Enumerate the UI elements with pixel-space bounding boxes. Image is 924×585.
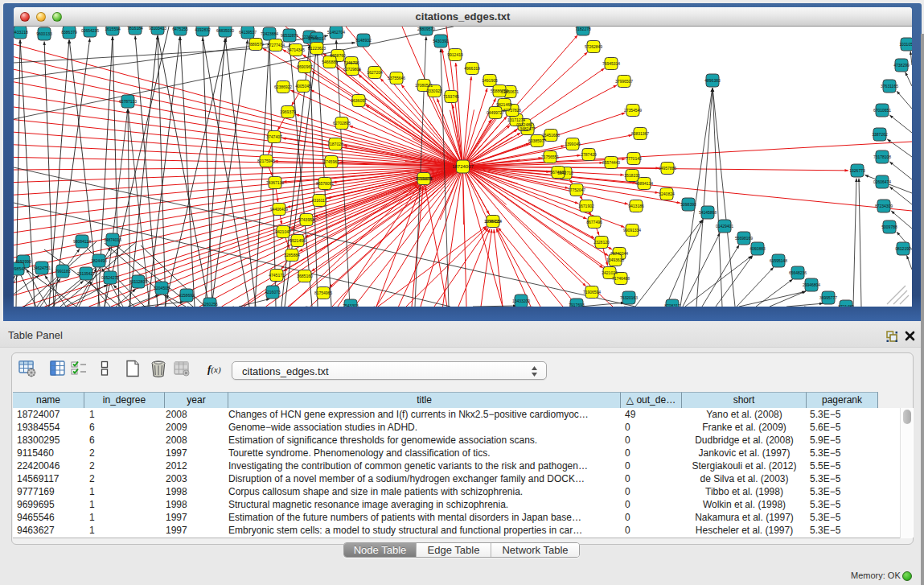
- svg-text:37631165: 37631165: [881, 84, 898, 89]
- svg-text:34714345: 34714345: [287, 47, 305, 52]
- svg-text:1627204: 1627204: [367, 70, 383, 75]
- svg-text:72423884: 72423884: [261, 31, 278, 36]
- svg-text:64835030: 64835030: [216, 28, 234, 33]
- svg-text:6193990: 6193990: [15, 259, 31, 264]
- svg-text:29946804: 29946804: [803, 282, 820, 287]
- svg-text:8677496: 8677496: [586, 220, 602, 225]
- svg-text:4060883: 4060883: [749, 246, 766, 251]
- svg-text:3518233: 3518233: [624, 173, 640, 178]
- svg-text:3747407: 3747407: [266, 134, 282, 139]
- svg-text:7917693: 7917693: [569, 303, 585, 307]
- svg-text:28809570: 28809570: [417, 27, 435, 31]
- svg-text:99091334: 99091334: [623, 228, 641, 233]
- svg-text:5009788: 5009788: [881, 225, 897, 229]
- svg-text:3387262: 3387262: [872, 132, 888, 137]
- svg-text:76945314: 76945314: [602, 61, 620, 66]
- svg-text:4896383: 4896383: [704, 78, 721, 83]
- svg-text:97848018: 97848018: [308, 36, 326, 41]
- svg-text:98084124: 98084124: [73, 239, 91, 244]
- svg-text:87234309: 87234309: [875, 204, 893, 208]
- svg-text:37996507: 37996507: [615, 79, 633, 84]
- svg-text:9413186: 9413186: [628, 204, 644, 208]
- svg-text:5466889: 5466889: [322, 60, 338, 64]
- svg-text:7543303: 7543303: [343, 303, 359, 307]
- svg-text:9912419: 9912419: [447, 52, 463, 57]
- svg-text:01429401: 01429401: [716, 224, 733, 229]
- svg-text:5430391: 5430391: [433, 39, 449, 43]
- svg-text:7889579: 7889579: [248, 42, 264, 47]
- svg-text:2260256: 2260256: [202, 302, 218, 307]
- svg-text:1824493: 1824493: [91, 258, 107, 263]
- svg-text:4738299: 4738299: [893, 63, 910, 68]
- svg-text:2328120: 2328120: [593, 240, 610, 245]
- svg-text:81754965: 81754965: [314, 290, 332, 295]
- svg-text:65787133: 65787133: [119, 99, 137, 104]
- svg-text:17080531: 17080531: [415, 83, 433, 88]
- svg-text:65648236: 65648236: [789, 270, 807, 275]
- svg-text:62702895: 62702895: [333, 121, 351, 126]
- svg-text:1745961: 1745961: [323, 159, 339, 164]
- svg-text:7193745: 7193745: [443, 94, 459, 99]
- svg-text:85574443: 85574443: [602, 160, 620, 165]
- svg-text:4966319: 4966319: [464, 66, 480, 71]
- svg-text:73178108: 73178108: [873, 154, 891, 159]
- svg-text:00524278: 00524278: [101, 275, 119, 280]
- svg-text:5674680: 5674680: [550, 170, 566, 175]
- svg-text:6690967: 6690967: [297, 64, 313, 69]
- svg-text:8708317: 8708317: [664, 303, 680, 307]
- svg-text:1031051: 1031051: [899, 42, 912, 47]
- svg-text:74367136: 74367136: [266, 180, 284, 185]
- svg-text:3158692: 3158692: [179, 293, 195, 298]
- svg-text:94406409: 94406409: [270, 207, 288, 212]
- svg-text:93103413: 93103413: [149, 27, 166, 31]
- svg-text:4316117: 4316117: [311, 198, 326, 203]
- svg-text:04499727: 04499727: [487, 110, 504, 115]
- svg-text:60385977: 60385977: [528, 138, 546, 143]
- svg-text:34874016: 34874016: [104, 237, 121, 242]
- svg-text:5240824: 5240824: [659, 192, 675, 196]
- svg-text:51462704: 51462704: [327, 30, 345, 35]
- svg-text:0812191: 0812191: [895, 246, 911, 251]
- svg-text:1615594: 1615594: [105, 27, 121, 31]
- svg-text:3285884: 3285884: [284, 253, 300, 257]
- svg-text:49894134: 49894134: [635, 181, 653, 186]
- svg-text:53755646: 53755646: [388, 76, 405, 80]
- svg-text:1969379: 1969379: [280, 109, 296, 114]
- svg-text:7187026: 7187026: [327, 142, 343, 146]
- svg-text:7991183: 7991183: [55, 269, 70, 274]
- svg-text:7770143: 7770143: [626, 156, 642, 161]
- svg-text:6475255: 6475255: [172, 27, 188, 31]
- svg-text:27354549: 27354549: [624, 108, 642, 113]
- svg-text:1671902: 1671902: [578, 204, 594, 208]
- svg-text:67737826: 67737826: [503, 108, 521, 113]
- svg-text:81223623: 81223623: [308, 46, 326, 51]
- svg-text:8148932: 8148932: [355, 38, 372, 43]
- svg-text:36995777: 36995777: [819, 295, 837, 300]
- svg-text:80112805: 80112805: [129, 279, 147, 284]
- svg-text:71746488: 71746488: [612, 276, 630, 281]
- svg-text:57262849: 57262849: [585, 44, 602, 49]
- svg-text:6998543: 6998543: [14, 266, 26, 271]
- svg-text:7816184: 7816184: [127, 27, 143, 31]
- svg-text:6658760: 6658760: [330, 53, 346, 58]
- svg-text:87277434: 87277434: [267, 43, 285, 47]
- svg-text:2787429: 2787429: [581, 152, 597, 157]
- svg-text:80831367: 80831367: [631, 131, 649, 136]
- svg-text:34624751: 34624751: [33, 266, 51, 270]
- svg-text:9821465: 9821465: [496, 102, 512, 107]
- svg-text:79740344: 79740344: [610, 251, 628, 256]
- svg-text:0932480: 0932480: [516, 122, 532, 127]
- svg-text:6204505: 6204505: [154, 286, 170, 290]
- svg-text:4745171: 4745171: [269, 273, 285, 278]
- svg-text:77752047: 77752047: [568, 187, 585, 192]
- svg-text:8386379: 8386379: [61, 30, 77, 35]
- svg-text:13493618: 13493618: [606, 257, 624, 262]
- svg-text:02606474: 02606474: [873, 179, 891, 184]
- svg-text:9600133: 9600133: [36, 31, 52, 36]
- svg-text:7346706: 7346706: [343, 60, 359, 65]
- svg-text:4005045: 4005045: [295, 84, 311, 89]
- svg-text:0330923: 0330923: [426, 89, 442, 93]
- svg-text:19384554: 19384554: [484, 219, 502, 224]
- svg-text:55886753: 55886753: [491, 89, 508, 93]
- svg-text:15300275: 15300275: [415, 176, 433, 181]
